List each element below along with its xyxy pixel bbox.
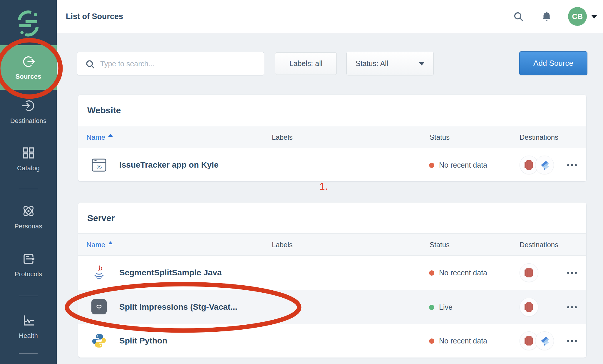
sidebar-item-sources[interactable]: Sources — [0, 45, 57, 90]
destination-badge-redshift[interactable] — [520, 263, 538, 282]
server-sources-card: Server Name Labels Status Destinations S… — [78, 203, 586, 358]
sidebar-item-personas[interactable]: Personas — [0, 204, 57, 230]
javascript-source-icon: JS — [91, 157, 107, 173]
status-text: No recent data — [439, 161, 487, 169]
sort-ascending-icon — [108, 134, 113, 137]
personas-atom-icon — [21, 204, 36, 218]
sidebar-item-label: Health — [19, 332, 38, 340]
status-filter-label: Status: All — [356, 59, 388, 68]
labels-filter-label: Labels: all — [289, 59, 323, 68]
destination-badge-blue-s[interactable] — [535, 331, 554, 350]
sidebar-item-label: Sources — [15, 73, 41, 80]
search-icon — [513, 11, 525, 23]
python-source-icon — [91, 333, 107, 348]
catalog-grid-icon — [21, 146, 36, 160]
segment-logo-icon — [15, 10, 42, 37]
column-header-labels: Labels — [272, 126, 293, 149]
sidebar-item-destinations[interactable]: Destinations — [0, 99, 57, 125]
column-header-status: Status — [430, 234, 450, 256]
column-header-destinations: Destinations — [520, 126, 558, 149]
table-header: Name Labels Status Destinations — [78, 126, 586, 148]
redshift-icon — [523, 267, 535, 279]
server-source-icon — [91, 299, 107, 314]
website-sources-card: Website Name Labels Status Destinations … — [78, 95, 586, 181]
status-filter-dropdown[interactable]: Status: All — [346, 52, 434, 75]
status-dot — [429, 338, 434, 344]
sidebar-item-label: Personas — [14, 223, 42, 230]
labels-filter-button[interactable]: Labels: all — [275, 52, 337, 75]
add-source-button[interactable]: Add Source — [519, 51, 587, 75]
top-bar: List of Sources CB — [57, 0, 603, 33]
java-source-icon — [91, 265, 107, 280]
card-title: Server — [87, 203, 115, 234]
bell-icon — [540, 11, 553, 23]
sources-icon — [21, 55, 36, 69]
status-dot — [429, 270, 434, 276]
sidebar-item-health[interactable]: Health — [0, 314, 57, 340]
row-overflow-menu[interactable] — [567, 162, 580, 168]
destinations-icon — [21, 99, 36, 113]
sidebar-item-protocols[interactable]: Protocols — [0, 252, 57, 278]
sidebar-divider — [19, 189, 38, 189]
sort-ascending-icon — [108, 241, 113, 244]
source-name-link[interactable]: Split Python — [119, 336, 167, 346]
source-name-link[interactable]: IssueTracker app on Kyle — [119, 160, 219, 170]
column-header-name[interactable]: Name — [86, 234, 113, 256]
sidebar-item-label: Catalog — [17, 164, 40, 172]
table-row[interactable]: Split Python No recent data — [78, 324, 586, 358]
status-dot — [429, 163, 434, 168]
sidebar: Sources Destinations Catalog — [0, 0, 57, 364]
row-overflow-menu[interactable] — [567, 270, 580, 276]
blue-s-logo-icon — [539, 159, 550, 171]
account-menu-button[interactable] — [591, 0, 597, 33]
status-dot — [429, 305, 434, 310]
column-header-name[interactable]: Name — [86, 126, 113, 149]
source-name-link[interactable]: SegmentSplitSample Java — [119, 268, 222, 277]
notifications-button[interactable] — [540, 0, 553, 33]
health-chart-icon — [21, 314, 36, 328]
sidebar-item-catalog[interactable]: Catalog — [0, 146, 57, 172]
column-header-labels: Labels — [272, 234, 293, 256]
redshift-icon — [523, 301, 535, 313]
card-title: Website — [87, 95, 121, 126]
segment-logo[interactable] — [15, 10, 42, 37]
search-input[interactable] — [77, 52, 264, 75]
table-row[interactable]: JS IssueTracker app on Kyle No recent da… — [78, 149, 586, 181]
avatar-initials: CB — [572, 12, 583, 21]
protocols-icon — [21, 252, 36, 266]
row-overflow-menu[interactable] — [567, 304, 580, 310]
table-row[interactable]: SegmentSplitSample Java No recent data — [78, 256, 586, 290]
status-text: Live — [439, 303, 453, 311]
annotation-step-number: 1. — [315, 181, 332, 192]
redshift-icon — [523, 335, 535, 347]
column-header-destinations: Destinations — [520, 234, 558, 256]
blue-s-logo-icon — [539, 335, 550, 347]
main-area: List of Sources CB — [57, 0, 603, 364]
sidebar-item-label: Destinations — [10, 117, 46, 125]
table-row[interactable]: Split Impressions (Stg-Vacat... Live — [78, 290, 586, 324]
redshift-icon — [523, 159, 535, 171]
sidebar-divider — [19, 296, 38, 296]
destination-badge-redshift[interactable] — [520, 298, 538, 316]
source-name-link[interactable]: Split Impressions (Stg-Vacat... — [119, 302, 237, 312]
svg-text:JS: JS — [96, 164, 102, 169]
global-search-button[interactable] — [513, 0, 525, 33]
chevron-down-icon — [419, 62, 425, 65]
column-header-status: Status — [430, 126, 450, 149]
status-text: No recent data — [439, 337, 487, 345]
source-search — [77, 52, 264, 75]
sidebar-divider — [19, 353, 38, 354]
table-header: Name Labels Status Destinations — [78, 233, 586, 256]
avatar[interactable]: CB — [568, 7, 587, 26]
row-overflow-menu[interactable] — [567, 338, 580, 344]
wifi-icon — [94, 302, 104, 312]
sidebar-item-label: Protocols — [15, 270, 42, 278]
chevron-down-icon — [591, 15, 597, 18]
page-title: List of Sources — [66, 0, 123, 33]
destination-badge-blue-s[interactable] — [535, 156, 554, 174]
status-text: No recent data — [439, 269, 487, 277]
